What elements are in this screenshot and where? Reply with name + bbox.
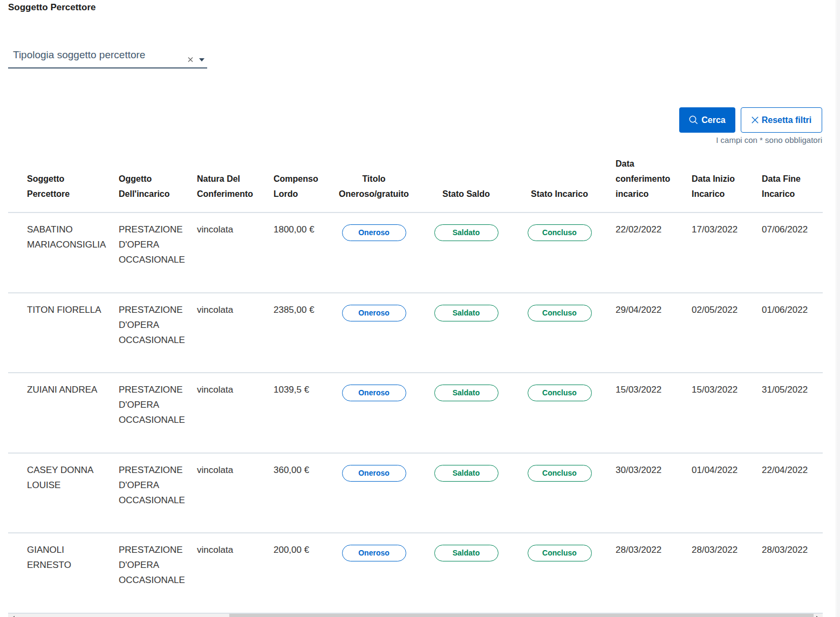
- cell-soggetto-percettore: CASEY DONNA LOUISE: [8, 454, 110, 534]
- column-header-data-conferimento: Data conferimento incarico: [602, 156, 683, 213]
- cell-titolo: Oneroso: [332, 213, 415, 293]
- table-row: CASEY DONNA LOUISE PRESTAZIONE D'OPERA O…: [8, 454, 823, 534]
- cell-natura-conferimento: vincolata: [188, 533, 265, 614]
- cell-stato-incarico: Concluso: [517, 293, 602, 374]
- cell-compenso-lordo: 2385,00 €: [265, 293, 332, 374]
- column-header-compenso-lordo: Compenso Lordo: [265, 156, 332, 213]
- cell-data-fine: 31/05/2022: [753, 373, 823, 454]
- cell-stato-incarico: Concluso: [517, 533, 602, 614]
- column-header-stato-saldo: Stato Saldo: [415, 156, 517, 213]
- cell-titolo: Oneroso: [332, 533, 415, 614]
- cell-stato-incarico: Concluso: [517, 213, 602, 293]
- cell-compenso-lordo: 200,00 €: [265, 533, 332, 614]
- titolo-badge[interactable]: Oneroso: [342, 305, 406, 321]
- cell-stato-saldo: Saldato: [415, 454, 517, 534]
- close-icon: [752, 116, 759, 124]
- cell-data-conferimento: 28/03/2022: [602, 533, 683, 614]
- stato-incarico-badge[interactable]: Concluso: [528, 305, 592, 321]
- cell-oggetto-incarico: PRESTAZIONE D'OPERA OCCASIONALE: [110, 533, 188, 614]
- table-row: TITON FIORELLA PRESTAZIONE D'OPERA OCCAS…: [8, 293, 823, 374]
- stato-saldo-badge[interactable]: Saldato: [434, 465, 498, 482]
- cell-stato-saldo: Saldato: [415, 213, 517, 293]
- section-title: Soggetto Percettore: [8, 1, 95, 14]
- stato-saldo-badge[interactable]: Saldato: [434, 224, 498, 241]
- vertical-scrollbar[interactable]: [835, 0, 840, 617]
- cell-data-fine: 22/04/2022: [753, 454, 823, 534]
- cell-natura-conferimento: vincolata: [188, 293, 265, 374]
- incarichi-table: Soggetto Percettore Oggetto Dell'incaric…: [8, 156, 823, 614]
- cell-data-inizio: 01/04/2022: [683, 454, 753, 534]
- search-icon: [689, 115, 698, 125]
- column-header-natura-conferimento: Natura Del Conferimento: [188, 156, 265, 213]
- cell-data-inizio: 15/03/2022: [683, 373, 753, 454]
- cell-oggetto-incarico: PRESTAZIONE D'OPERA OCCASIONALE: [110, 293, 188, 374]
- stato-incarico-badge[interactable]: Concluso: [528, 545, 592, 561]
- cell-soggetto-percettore: SABATINO MARIACONSIGLIA: [8, 213, 110, 293]
- cell-stato-saldo: Saldato: [415, 373, 517, 454]
- stato-saldo-badge[interactable]: Saldato: [434, 545, 498, 561]
- stato-saldo-badge[interactable]: Saldato: [434, 305, 498, 321]
- cell-soggetto-percettore: ZUIANI ANDREA: [8, 373, 110, 454]
- cell-data-inizio: 02/05/2022: [683, 293, 753, 374]
- horizontal-scrollbar[interactable]: [8, 614, 823, 617]
- cell-oggetto-incarico: PRESTAZIONE D'OPERA OCCASIONALE: [110, 213, 188, 293]
- stato-saldo-badge[interactable]: Saldato: [434, 385, 498, 401]
- cell-stato-incarico: Concluso: [517, 454, 602, 534]
- stato-incarico-badge[interactable]: Concluso: [528, 224, 592, 241]
- cell-compenso-lordo: 360,00 €: [265, 454, 332, 534]
- cell-oggetto-incarico: PRESTAZIONE D'OPERA OCCASIONALE: [110, 454, 188, 534]
- table-header-row: Soggetto Percettore Oggetto Dell'incaric…: [8, 156, 823, 213]
- cerca-button-label: Cerca: [701, 115, 725, 125]
- titolo-badge[interactable]: Oneroso: [342, 545, 406, 561]
- incarichi-table-wrap: Soggetto Percettore Oggetto Dell'incaric…: [8, 156, 823, 614]
- cell-stato-saldo: Saldato: [415, 293, 517, 374]
- required-fields-note: I campi con * sono obbligatori: [716, 135, 822, 146]
- stato-incarico-badge[interactable]: Concluso: [528, 385, 592, 401]
- cell-natura-conferimento: vincolata: [188, 373, 265, 454]
- titolo-badge[interactable]: Oneroso: [342, 465, 406, 482]
- resetta-filtri-button-label: Resetta filtri: [762, 115, 811, 125]
- cell-soggetto-percettore: TITON FIORELLA: [8, 293, 110, 374]
- cell-data-conferimento: 30/03/2022: [602, 454, 683, 534]
- cell-data-fine: 28/03/2022: [753, 533, 823, 614]
- column-header-titolo: Titolo Oneroso/gratuito: [332, 156, 415, 213]
- titolo-badge[interactable]: Oneroso: [342, 224, 406, 241]
- cell-data-inizio: 28/03/2022: [683, 533, 753, 614]
- resetta-filtri-button[interactable]: Resetta filtri: [741, 107, 822, 133]
- table-row: GIANOLI ERNESTO PRESTAZIONE D'OPERA OCCA…: [8, 533, 823, 614]
- cell-stato-incarico: Concluso: [517, 373, 602, 454]
- column-header-soggetto-percettore: Soggetto Percettore: [8, 156, 110, 213]
- cell-titolo: Oneroso: [332, 293, 415, 374]
- page: Soggetto Percettore Tipologia soggetto p…: [0, 0, 840, 617]
- column-header-data-inizio: Data Inizio Incarico: [683, 156, 753, 213]
- column-header-oggetto-incarico: Oggetto Dell'incarico: [110, 156, 188, 213]
- cell-titolo: Oneroso: [332, 454, 415, 534]
- cell-compenso-lordo: 1800,00 €: [265, 213, 332, 293]
- cell-compenso-lordo: 1039,5 €: [265, 373, 332, 454]
- clear-selection-icon[interactable]: [188, 57, 193, 62]
- table-row: ZUIANI ANDREA PRESTAZIONE D'OPERA OCCASI…: [8, 373, 823, 454]
- cell-oggetto-incarico: PRESTAZIONE D'OPERA OCCASIONALE: [110, 373, 188, 454]
- cell-data-conferimento: 15/03/2022: [602, 373, 683, 454]
- cell-data-fine: 01/06/2022: [753, 293, 823, 374]
- table-row: SABATINO MARIACONSIGLIA PRESTAZIONE D'OP…: [8, 213, 823, 293]
- cell-data-conferimento: 29/04/2022: [602, 293, 683, 374]
- cell-stato-saldo: Saldato: [415, 533, 517, 614]
- titolo-badge[interactable]: Oneroso: [342, 385, 406, 401]
- tipologia-select-label: Tipologia soggetto percettore: [13, 48, 145, 62]
- cell-natura-conferimento: vincolata: [188, 213, 265, 293]
- cell-titolo: Oneroso: [332, 373, 415, 454]
- tipologia-select[interactable]: Tipologia soggetto percettore: [8, 46, 207, 68]
- cell-soggetto-percettore: GIANOLI ERNESTO: [8, 533, 110, 614]
- column-header-stato-incarico: Stato Incarico: [517, 156, 602, 213]
- column-header-data-fine: Data Fine Incarico: [753, 156, 823, 213]
- cell-natura-conferimento: vincolata: [188, 454, 265, 534]
- stato-incarico-badge[interactable]: Concluso: [528, 465, 592, 482]
- cerca-button[interactable]: Cerca: [679, 107, 735, 133]
- caret-down-icon[interactable]: [199, 58, 204, 61]
- horizontal-scrollbar-thumb[interactable]: [229, 614, 814, 617]
- cell-data-fine: 07/06/2022: [753, 213, 823, 293]
- cell-data-conferimento: 22/02/2022: [602, 213, 683, 293]
- cell-data-inizio: 17/03/2022: [683, 213, 753, 293]
